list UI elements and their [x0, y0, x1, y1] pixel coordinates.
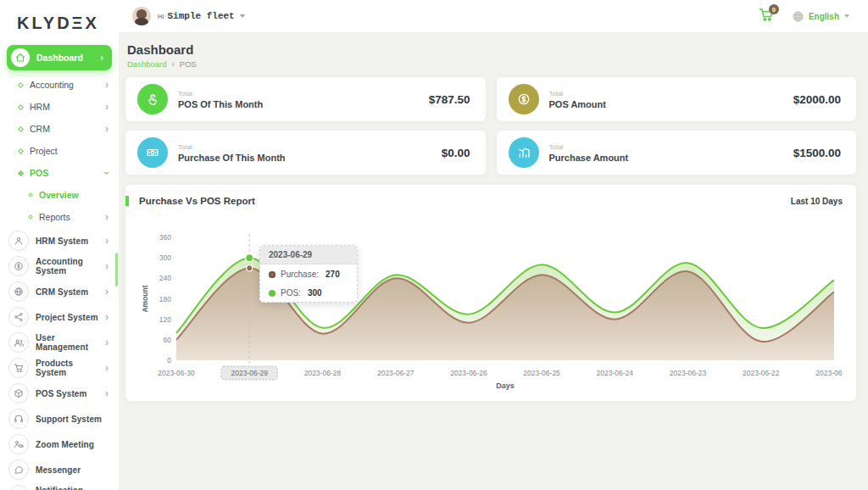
chevron-right-icon — [105, 337, 108, 348]
chart-body: 060120180240300360Amount2023-06-302023-0… — [139, 209, 843, 393]
stat-value: $0.00 — [442, 147, 470, 159]
x-tick-label: 2023-06-30 — [158, 369, 195, 377]
chart-bar-icon — [509, 137, 539, 168]
cash-icon — [137, 137, 168, 168]
x-tick-label: 2023-06-29 — [231, 369, 268, 377]
sidebar-item-accounting[interactable]: Accounting — [0, 74, 119, 96]
purchase-dot-icon — [269, 271, 275, 278]
stat-value: $1500.00 — [793, 147, 841, 159]
chevron-right-icon — [105, 312, 108, 322]
language-selector[interactable]: English — [792, 10, 849, 23]
chart-header: Purchase Vs POS Report Last 10 Days — [139, 196, 843, 206]
diamond-bullet-icon — [18, 81, 24, 87]
sidebar-item-messenger[interactable]: Messenger — [0, 457, 119, 482]
x-axis-label: Days — [496, 381, 515, 390]
sidebar-item-pos-system[interactable]: POS System — [0, 381, 119, 406]
sidebar-scrollbar-thumb[interactable] — [115, 253, 118, 287]
sidebar-item-label: POS System — [36, 389, 98, 398]
pos-dot-icon — [269, 290, 275, 297]
x-tick-label: 2023-06-23 — [670, 369, 707, 377]
stat-texts: Total POS Amount — [549, 90, 793, 109]
y-tick-label: 60 — [164, 336, 172, 344]
chart-range-label: Last 10 Days — [791, 197, 843, 206]
user-avatar[interactable] — [132, 7, 151, 25]
template-bell-icon — [8, 485, 29, 490]
diamond-bullet-icon — [28, 192, 33, 198]
dollar-icon — [509, 84, 539, 114]
chevron-right-icon — [105, 124, 108, 134]
chart-svg[interactable]: 060120180240300360Amount2023-06-302023-0… — [139, 209, 843, 391]
sidebar-item-label: HRM System — [36, 237, 98, 246]
sidebar-item-user-management[interactable]: User Management — [0, 330, 119, 355]
chart-title: Purchase Vs POS Report — [125, 196, 255, 206]
sidebar-item-support-system[interactable]: Support System — [0, 406, 119, 432]
sidebar-item-dashboard[interactable]: Dashboard — [7, 45, 112, 70]
sidebar-item-hrm-system[interactable]: HRM System — [0, 228, 119, 253]
sidebar-item-label: Project System — [36, 313, 98, 322]
sidebar-item-project-system[interactable]: Project System — [0, 304, 119, 330]
headset-icon — [8, 409, 29, 429]
sidebar-item-notification-template[interactable]: Notification Template — [0, 482, 119, 490]
stat-card-purchase-month[interactable]: Total Purchase Of This Month $0.00 — [125, 131, 486, 175]
breadcrumb-home-link[interactable]: Dashboard — [127, 59, 166, 69]
globe-icon — [8, 281, 29, 302]
y-tick-label: 0 — [167, 356, 171, 365]
tooltip-label: POS: — [281, 288, 301, 298]
home-icon — [11, 48, 30, 67]
sidebar-item-crm-system[interactable]: CRM System — [0, 279, 119, 304]
sidebar-item-zoom-meeting[interactable]: Zoom Meeting — [0, 432, 119, 457]
sidebar-item-label: CRM System — [36, 287, 98, 297]
y-tick-label: 180 — [159, 295, 171, 303]
tooltip-value: 270 — [326, 270, 340, 279]
tap-icon — [137, 84, 168, 114]
greeting-label: Hi — [158, 13, 164, 20]
chevron-right-icon — [105, 363, 108, 373]
page-title: Dashboard — [127, 42, 856, 57]
sidebar-item-project[interactable]: Project — [0, 140, 119, 162]
chevron-down-icon[interactable] — [240, 14, 245, 18]
stat-kicker: Total — [178, 90, 429, 97]
tooltip-date: 2023-06-29 — [260, 246, 357, 264]
sidebar-item-accounting-system[interactable]: Accounting System — [0, 253, 119, 279]
y-tick-label: 120 — [159, 315, 171, 324]
diamond-bullet-icon — [28, 214, 33, 220]
sidebar-item-crm[interactable]: CRM — [0, 118, 119, 140]
stat-card-purchase-amount[interactable]: Total Purchase Amount $1500.00 — [497, 131, 857, 175]
chevron-right-icon — [105, 261, 108, 271]
sidebar-item-reports[interactable]: Reports — [0, 206, 119, 228]
x-tick-label: 2023-06-28 — [304, 369, 342, 377]
sidebar-item-label: Dashboard — [36, 53, 93, 63]
cart-button[interactable]: 0 — [758, 6, 776, 26]
main-content: Dashboard Dashboard POS Total POS Of Thi… — [119, 32, 868, 490]
stat-card-pos-month[interactable]: Total POS Of This Month $787.50 — [125, 77, 486, 121]
x-tick-label: 2023-06-25 — [523, 369, 560, 377]
chevron-right-icon — [105, 102, 108, 112]
users-icon — [8, 332, 29, 353]
user-icon — [8, 231, 29, 251]
stat-kicker: Total — [549, 90, 793, 97]
sidebar-item-label: Overview — [39, 190, 108, 200]
sidebar-item-pos[interactable]: POS — [0, 162, 119, 184]
sidebar-item-label: Products System — [36, 359, 98, 377]
x-tick-label: 2023-06-27 — [377, 369, 415, 377]
diamond-bullet-icon — [18, 125, 24, 131]
sidebar-item-overview[interactable]: Overview — [0, 184, 119, 206]
cart-icon — [8, 358, 29, 378]
stat-texts: Total POS Of This Month — [178, 90, 429, 109]
diamond-bullet-icon — [18, 170, 24, 175]
sidebar-item-hrm[interactable]: HRM — [0, 96, 119, 118]
sidebar-item-label: Notification Template — [36, 486, 108, 490]
user-name[interactable]: Simple fleet — [168, 11, 235, 21]
sidebar-item-products-system[interactable]: Products System — [0, 355, 119, 381]
chat-icon — [8, 459, 29, 480]
brand-logo[interactable]: KLYDΞX — [0, 0, 119, 40]
stat-label: Purchase Of This Month — [178, 153, 442, 163]
x-tick-label: 2023-06-26 — [450, 369, 487, 377]
x-tick-label: 2023-06-24 — [597, 369, 634, 377]
chevron-right-icon — [105, 388, 108, 398]
stat-card-pos-amount[interactable]: Total POS Amount $2000.00 — [497, 77, 857, 121]
sidebar-item-label: HRM — [30, 102, 98, 112]
purchase-hover-dot — [247, 265, 253, 271]
share-nodes-icon — [8, 307, 29, 327]
stat-cards: Total POS Of This Month $787.50 Total PO… — [125, 77, 856, 175]
